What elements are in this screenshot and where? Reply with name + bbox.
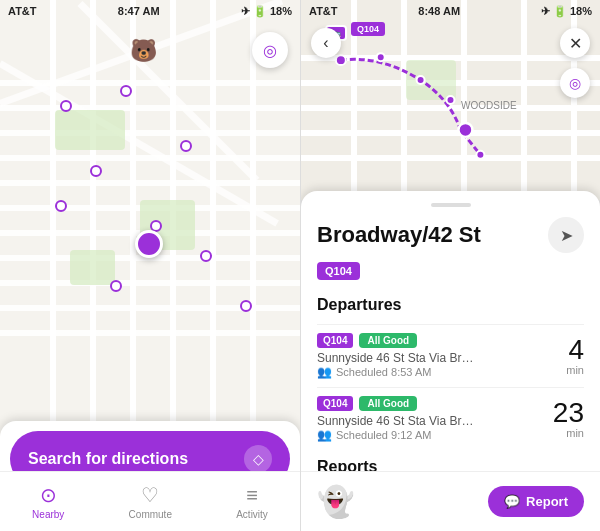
all-good-1: All Good (359, 333, 417, 348)
route-path (341, 59, 481, 155)
stop-route-badge[interactable]: Q104 (317, 262, 360, 280)
dep-min-number-2: 23 (553, 399, 584, 427)
close-button[interactable]: ✕ (560, 28, 590, 58)
right-panel: WOODSIDE 🚌 Q104 AT&T 8:48 AM ✈🔋18% (300, 0, 600, 531)
route-label-map: Q104 (351, 22, 385, 36)
dep-badge-1: Q104 (317, 333, 353, 348)
ghost-character: 👻 (317, 484, 354, 519)
person-icon-2: 👥 (317, 428, 332, 442)
departure-top-2: Q104 All Good (317, 396, 545, 411)
route-stop-5 (476, 151, 484, 159)
dep-route-1: Sunnyside 46 St Sta Via Broadway... (317, 351, 477, 365)
dep-min-label-1: min (566, 364, 584, 376)
drag-handle[interactable] (431, 203, 471, 207)
route-stop-1 (336, 55, 346, 65)
nav-nearby[interactable]: ⊙ Nearby (32, 483, 64, 520)
directions-icon: ◇ (244, 445, 272, 473)
navigate-icon: ➤ (560, 226, 573, 245)
dep-badge-2: Q104 (317, 396, 353, 411)
nearby-icon: ⊙ (40, 483, 57, 507)
navigate-button[interactable]: ➤ (548, 217, 584, 253)
report-button-right[interactable]: 💬 Report (488, 486, 584, 517)
location-icon-left: ◎ (263, 41, 277, 60)
activity-icon: ≡ (246, 484, 258, 507)
location-icon-right: ◎ (569, 75, 581, 91)
route-stop-4 (447, 96, 455, 104)
stop-title: Broadway/42 St (317, 222, 481, 248)
departure-left-1: Q104 All Good Sunnyside 46 St Sta Via Br… (317, 333, 558, 379)
carrier-right: AT&T (309, 5, 338, 17)
dep-route-2: Sunnyside 46 St Sta Via Broadway... (317, 414, 477, 428)
departure-row-2: Q104 All Good Sunnyside 46 St Sta Via Br… (317, 387, 584, 450)
route-stop-3 (417, 76, 425, 84)
location-button-right[interactable]: ◎ (560, 68, 590, 98)
destination-stop (458, 123, 472, 137)
dep-min-number-1: 4 (566, 336, 584, 364)
bottom-bar-right: 👻 💬 Report (301, 471, 600, 531)
map-right: WOODSIDE 🚌 Q104 AT&T 8:48 AM ✈🔋18% (301, 0, 600, 200)
nav-activity[interactable]: ≡ Activity (236, 484, 268, 520)
dep-time-1: 👥 Scheduled 8:53 AM (317, 365, 558, 379)
back-button[interactable]: ‹ (311, 28, 341, 58)
dep-minutes-1: 4 min (566, 336, 584, 376)
nav-commute-label: Commute (129, 509, 172, 520)
commute-icon: ♡ (141, 483, 159, 507)
bottom-nav-left: ⊙ Nearby ♡ Commute ≡ Activity (0, 471, 300, 531)
departure-left-2: Q104 All Good Sunnyside 46 St Sta Via Br… (317, 396, 545, 442)
report-label-right: Report (526, 494, 568, 509)
nav-activity-label: Activity (236, 509, 268, 520)
dep-minutes-2: 23 min (553, 399, 584, 439)
person-icon-1: 👥 (317, 365, 332, 379)
status-bar-right: AT&T 8:48 AM ✈🔋18% (301, 0, 600, 22)
status-bar-left: AT&T 8:47 AM ✈ 🔋 18% (0, 0, 300, 22)
time-left: 8:47 AM (118, 5, 160, 17)
route-stop-2 (377, 53, 385, 61)
nav-commute[interactable]: ♡ Commute (129, 483, 172, 520)
location-button-left[interactable]: ◎ (252, 32, 288, 68)
time-right: 8:48 AM (418, 5, 460, 17)
carrier-left: AT&T (8, 5, 37, 17)
departure-top-1: Q104 All Good (317, 333, 558, 348)
left-panel: 🐻 AT&T 8:47 AM ✈ 🔋 18% ◎ Search for dire… (0, 0, 300, 531)
search-directions-label: Search for directions (28, 450, 188, 468)
report-icon-right: 💬 (504, 494, 520, 509)
battery-left: ✈ 🔋 18% (241, 5, 292, 18)
battery-right: ✈🔋18% (541, 5, 592, 18)
dep-time-2: 👥 Scheduled 9:12 AM (317, 428, 545, 442)
nav-nearby-label: Nearby (32, 509, 64, 520)
stop-header: Broadway/42 St ➤ (317, 217, 584, 253)
departure-row-1: Q104 All Good Sunnyside 46 St Sta Via Br… (317, 324, 584, 387)
dep-min-label-2: min (553, 427, 584, 439)
departures-title: Departures (317, 296, 584, 314)
all-good-2: All Good (359, 396, 417, 411)
